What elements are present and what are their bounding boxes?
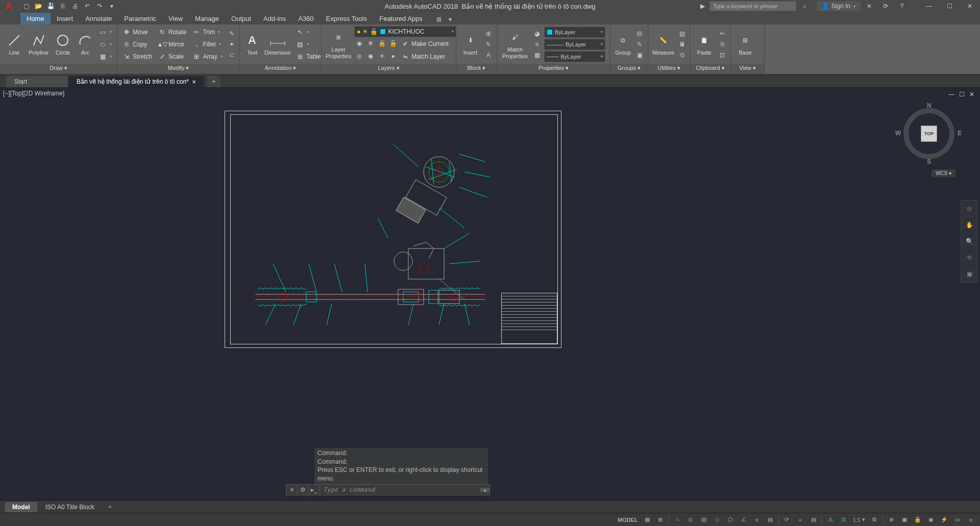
rotate-button[interactable]: ↻Rotate	[156, 26, 188, 38]
status-3dosnap-icon[interactable]: ⬡	[724, 514, 737, 525]
lineweight-dropdown[interactable]: ———ByLayer▾	[544, 39, 605, 50]
status-cleanscreen-icon[interactable]: ▭	[951, 514, 964, 525]
qat-dropdown-icon[interactable]: ▾	[106, 1, 117, 12]
arc-button[interactable]: Arc	[76, 26, 94, 63]
status-autoscale-icon[interactable]: ⚖	[838, 514, 850, 525]
status-annomonitor-icon[interactable]: ⚠	[824, 514, 837, 525]
status-iso-icon[interactable]: ▧	[698, 514, 710, 525]
redo-icon[interactable]: ↷	[94, 1, 105, 12]
layout-model[interactable]: Model	[5, 502, 37, 512]
status-polar-icon[interactable]: ⊙	[684, 514, 697, 525]
filetab-active[interactable]: Bản vẽ hệ thống lái điện tử trên ô tô co…	[68, 76, 204, 87]
add-tab-button[interactable]: +	[207, 76, 220, 87]
add-layout-button[interactable]: +	[105, 502, 116, 512]
tab-expresstools[interactable]: Express Tools	[320, 13, 374, 24]
panel-label-view[interactable]: View ▾	[731, 64, 764, 74]
zoom-icon[interactable]: 🔍	[961, 233, 977, 249]
offset-icon[interactable]: ⊂	[227, 50, 237, 60]
edit-block-icon[interactable]: ✎	[483, 39, 494, 49]
layer-dropdown[interactable]: ● ☀ 🔓 KICHTHUOC ▾	[354, 26, 456, 37]
status-qprops-icon[interactable]: ▤	[807, 514, 820, 525]
filetab-start[interactable]: Start	[6, 76, 67, 87]
status-isolate-icon[interactable]: ◉	[925, 514, 937, 525]
panel-label-properties[interactable]: Properties ▾	[497, 64, 610, 74]
tab-annotate[interactable]: Annotate	[79, 13, 118, 24]
help-icon[interactable]: ?	[896, 1, 908, 12]
search-input[interactable]: Type a keyword or phrase	[709, 1, 796, 11]
close-tab-icon[interactable]: ✕	[192, 79, 196, 85]
status-lwdisplay-icon[interactable]: ≡	[751, 514, 763, 525]
trim-button[interactable]: ✂Trim▾	[190, 26, 225, 38]
showmotion-icon[interactable]: ▣	[961, 266, 977, 282]
pan-icon[interactable]: ✋	[961, 217, 977, 233]
panel-label-draw[interactable]: Draw ▾	[0, 64, 117, 74]
tab-parametric[interactable]: Parametric	[118, 13, 162, 24]
cmd-recent-icon[interactable]: ⚙	[298, 485, 309, 495]
copy-button[interactable]: ⎘Copy	[120, 38, 154, 50]
panel-label-block[interactable]: Block ▾	[456, 64, 497, 74]
panel-label-groups[interactable]: Groups ▾	[610, 64, 648, 74]
status-ws-icon[interactable]: ⚙	[868, 514, 880, 525]
ellipse-button[interactable]: ⬭▾	[96, 38, 114, 50]
quickcalc-icon[interactable]: 🖩	[677, 39, 688, 49]
leader-button[interactable]: ↖▾	[294, 26, 323, 38]
layerfreeze-icon[interactable]: ❄	[365, 38, 376, 48]
close-button[interactable]: ✕	[960, 0, 980, 12]
listprops-icon[interactable]: ≡	[532, 39, 542, 49]
polyline-button[interactable]: Polyline	[28, 26, 50, 63]
status-dyninput-icon[interactable]: +	[794, 514, 806, 525]
minimize-button[interactable]: —	[919, 0, 939, 12]
stretch-button[interactable]: ⇲Stretch	[120, 51, 154, 62]
makecurrent-button[interactable]: ✔Make Current	[399, 38, 451, 50]
fillet-button[interactable]: ◟Fillet▾	[190, 38, 225, 50]
compass-s[interactable]: S	[927, 158, 931, 165]
group-button[interactable]: ⧉Group	[614, 26, 632, 63]
new-icon[interactable]: ▢	[20, 1, 32, 12]
ungroup-icon[interactable]: ⊟	[634, 29, 645, 39]
insert-button[interactable]: ⬇Insert	[459, 26, 481, 63]
tab-output[interactable]: Output	[225, 13, 257, 24]
status-otrack-icon[interactable]: ∠	[738, 514, 750, 525]
vp-minimize-icon[interactable]: —	[947, 91, 955, 98]
scale-button[interactable]: ⤢Scale	[156, 51, 188, 62]
app-logo[interactable]: A	[0, 0, 18, 12]
matchprops-button[interactable]: 🖌Match Properties	[500, 26, 530, 63]
compass-n[interactable]: N	[927, 102, 932, 109]
layeruniso-icon[interactable]: ◉	[365, 51, 376, 61]
cmd-expand-icon[interactable]: ▴	[480, 488, 489, 492]
viewport-label[interactable]: [−][Top][2D Wireframe]	[3, 90, 64, 97]
orbit-icon[interactable]: ⟲	[961, 249, 977, 266]
layeron-icon[interactable]: ●	[388, 51, 398, 61]
layerthaw-icon[interactable]: ☀	[377, 51, 387, 61]
maximize-button[interactable]: ☐	[939, 0, 960, 12]
signin-button[interactable]: 👤 Sign In ▾	[817, 1, 861, 11]
line-button[interactable]: Line	[3, 26, 26, 63]
steering-wheel-icon[interactable]: ◎	[961, 201, 977, 217]
erase-icon[interactable]: ✎	[227, 29, 237, 39]
text-button[interactable]: AText	[243, 26, 261, 63]
viewcube[interactable]: TOP N S E W	[898, 103, 960, 164]
status-grid-icon[interactable]: ▦	[641, 514, 653, 525]
paste-button[interactable]: 📋Paste	[693, 26, 715, 63]
panel-label-utilities[interactable]: Utilities ▾	[648, 64, 690, 74]
cmd-close-icon[interactable]: ✕	[286, 485, 298, 495]
ribbon-minimize-icon[interactable]: ▾	[445, 14, 455, 24]
tab-a360[interactable]: A360	[292, 13, 320, 24]
array-button[interactable]: ⊞Array▾	[190, 51, 225, 62]
tab-manage[interactable]: Manage	[189, 13, 225, 24]
groupsel-icon[interactable]: ▣	[634, 50, 645, 60]
infocenter-icon[interactable]: ⌕	[799, 1, 811, 12]
panel-label-clipboard[interactable]: Clipboard ▾	[690, 64, 730, 74]
tab-insert[interactable]: Insert	[51, 13, 80, 24]
selectall-icon[interactable]: ▤	[677, 29, 688, 39]
compass-w[interactable]: W	[895, 130, 901, 137]
command-input[interactable]: Type a command	[320, 486, 480, 493]
ribbon-expand-icon[interactable]: ⊞	[434, 14, 444, 24]
point-icon[interactable]: ⊙	[677, 50, 688, 60]
search-play-icon[interactable]: ▶	[697, 1, 708, 12]
layerprops-button[interactable]: ≣Layer Properties	[325, 26, 352, 63]
groupedit-icon[interactable]: ✎	[634, 39, 645, 49]
layerunlock-icon[interactable]: 🔓	[388, 38, 398, 48]
rectangle-button[interactable]: ▭▾	[96, 26, 114, 38]
hatch-button[interactable]: ▦▾	[96, 51, 114, 62]
